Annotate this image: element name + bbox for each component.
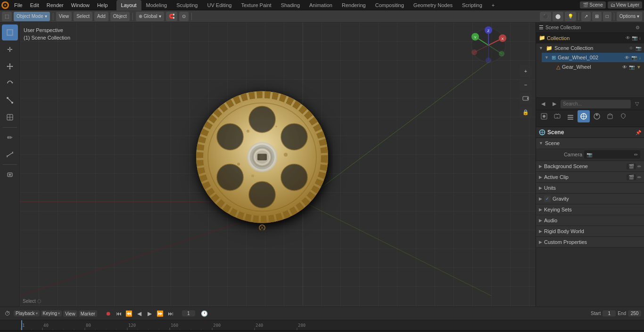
workspace-tab-scripting[interactable]: Scripting [457, 0, 487, 10]
section-scene-header[interactable]: ▼ Scene [536, 138, 644, 148]
workspace-tab-modeling[interactable]: Modeling [141, 0, 172, 10]
tool-select[interactable] [2, 24, 18, 40]
object-mode-button[interactable]: Object Mode ▾ [14, 12, 50, 21]
timeline-ruler[interactable]: 1 40 80 120 160 200 240 280 [0, 320, 644, 330]
xray-toggle[interactable]: □ [603, 12, 611, 21]
prop-pin-btn[interactable]: 📌 [636, 130, 641, 135]
prop-tab-modifier[interactable] [617, 110, 629, 122]
row-render-scene[interactable]: 📷 [636, 46, 641, 51]
jump-start-btn[interactable]: ⏮ [114, 309, 124, 318]
section-custom-header[interactable]: ▶ Custom Properties [536, 237, 644, 247]
clip-pencil[interactable]: ✏ [637, 175, 641, 180]
timeline-editor-type[interactable]: ⏱ [3, 309, 12, 318]
row-material-gear[interactable]: ▼ [636, 65, 641, 70]
row-select-gear002[interactable]: ↓ [639, 55, 641, 60]
end-frame-field[interactable]: 250 [628, 310, 641, 316]
timeline-clock[interactable]: 🕐 [200, 309, 209, 318]
tool-scale[interactable] [2, 92, 18, 108]
clip-value-btn[interactable]: 🎬 ✏ [627, 174, 641, 180]
add-workspace-tab[interactable]: + [487, 0, 499, 10]
next-keyframe-btn[interactable]: ⏩ [156, 309, 165, 318]
prop-tab-output[interactable] [551, 110, 563, 122]
global-transform[interactable]: ⊕ Global ▾ [136, 12, 164, 21]
tool-add-box[interactable] [2, 167, 18, 183]
axis-gizmo[interactable]: X Y Z [470, 26, 507, 65]
prev-frame-btn[interactable]: ◀ [135, 309, 144, 318]
row-vis-gear002[interactable]: 👁 [625, 55, 629, 60]
workspace-tab-animation[interactable]: Animation [305, 0, 337, 10]
object-menu[interactable]: Object [110, 12, 130, 21]
prev-keyframe-btn[interactable]: ⏪ [124, 309, 134, 318]
menu-help[interactable]: Help [93, 0, 112, 10]
prop-tab-viewlayer[interactable] [564, 110, 577, 122]
prop-nav-forward[interactable]: ▶ [549, 99, 560, 109]
proportional-edit[interactable]: ⊙ [179, 12, 189, 21]
play-btn[interactable]: ▶ [145, 309, 155, 318]
editor-type-button[interactable]: ⬚ [2, 12, 12, 21]
section-bg-header[interactable]: ▶ Background Scene 🎬 ✏ [536, 161, 644, 171]
section-rigid-body-header[interactable]: ▶ Rigid Body World [536, 226, 644, 236]
scene-selector[interactable]: 🎬 Scene [580, 1, 605, 8]
menu-render[interactable]: Render [43, 0, 67, 10]
zoom-in-btn[interactable]: + [520, 65, 532, 77]
camera-edit-btn[interactable]: ✏ [634, 152, 638, 157]
viewport-shading-material[interactable]: ⬤ [553, 12, 563, 21]
menu-window[interactable]: Window [67, 0, 93, 10]
menu-edit[interactable]: Edit [26, 0, 43, 10]
menu-file[interactable]: File [10, 0, 26, 10]
workspace-tab-sculpting[interactable]: Sculpting [172, 0, 202, 10]
prop-tab-world[interactable] [591, 110, 603, 122]
outliner-row-scene[interactable]: ▼ 📁 Scene Collection 👁 📷 [536, 43, 644, 53]
prop-tab-object[interactable] [604, 110, 616, 122]
prop-nav-back[interactable]: ◀ [538, 99, 548, 109]
section-gravity-header[interactable]: ▶ ✓ Gravity [536, 194, 644, 204]
outliner-row-gear002[interactable]: ▼ ⊞ Gear_Wheel_002 👁 📷 ↓ [542, 53, 644, 62]
record-btn[interactable]: ⏺ [104, 309, 113, 318]
section-clip-header[interactable]: ▶ Active Clip 🎬 ✏ [536, 172, 644, 182]
workspace-tab-layout[interactable]: Layout [116, 0, 141, 10]
workspace-tab-uv_editing[interactable]: UV Editing [202, 0, 236, 10]
start-frame-field[interactable]: 1 [603, 310, 616, 316]
view-menu[interactable]: View [56, 12, 72, 21]
section-units-header[interactable]: ▶ Units [536, 183, 644, 193]
tool-move[interactable] [2, 58, 18, 74]
collection-visibility[interactable]: 👁 [626, 35, 630, 40]
workspace-tab-compositing[interactable]: Compositing [371, 0, 409, 10]
collection-select[interactable]: ↓ [639, 35, 641, 40]
camera-field[interactable]: 📷 ✏ [584, 150, 640, 159]
snap-magnet[interactable]: 🧲 [166, 12, 177, 21]
keying-dropdown[interactable]: Keying ▾ [41, 310, 62, 316]
overlay-toggle[interactable]: ⊞ [592, 12, 602, 21]
workspace-tab-rendering[interactable]: Rendering [337, 0, 371, 10]
viewport-shading-solid[interactable]: ⚫ [540, 12, 551, 21]
gravity-checkbox[interactable]: ✓ [544, 195, 551, 202]
select-menu[interactable]: Select [74, 12, 92, 21]
jump-end-btn[interactable]: ⏭ [166, 309, 175, 318]
current-frame-field[interactable]: 1 [182, 310, 195, 316]
3d-viewport[interactable]: User Perspective (1) Scene Collection [20, 23, 536, 307]
playback-dropdown[interactable]: Playback ▾ [14, 310, 40, 316]
gizmo-toggle[interactable]: ↗ [581, 12, 591, 21]
section-keying-header[interactable]: ▶ Keying Sets [536, 204, 644, 215]
collection-render[interactable]: 📷 [632, 35, 637, 40]
prop-search-input[interactable] [561, 100, 631, 108]
section-audio-header[interactable]: ▶ Audio [536, 215, 644, 226]
view-dropdown[interactable]: View [63, 310, 77, 317]
workspace-tab-geometry_nodes[interactable]: Geometry Nodes [409, 0, 457, 10]
prop-filter[interactable]: ▽ [632, 99, 642, 109]
prop-tab-scene[interactable] [578, 110, 590, 122]
tool-cursor[interactable]: ✛ [2, 41, 18, 57]
add-menu[interactable]: Add [94, 12, 108, 21]
view-layer-selector[interactable]: 🗂 View Layer [608, 1, 642, 8]
row-render-gear002[interactable]: 📷 [631, 55, 637, 60]
bg-pencil[interactable]: ✏ [637, 164, 641, 169]
row-render-gear[interactable]: 📷 [629, 65, 635, 70]
tool-annotate[interactable]: ✏ [2, 130, 18, 146]
prop-tab-render[interactable] [538, 110, 550, 122]
lock-camera-btn[interactable]: 🔒 [520, 106, 532, 118]
workspace-tab-texture_paint[interactable]: Texture Paint [236, 0, 276, 10]
tool-transform[interactable] [2, 109, 18, 125]
row-visibility-scene[interactable]: 👁 [629, 46, 634, 51]
viewport-shading-render[interactable]: 💡 [565, 12, 576, 21]
zoom-out-btn[interactable]: − [520, 79, 532, 91]
